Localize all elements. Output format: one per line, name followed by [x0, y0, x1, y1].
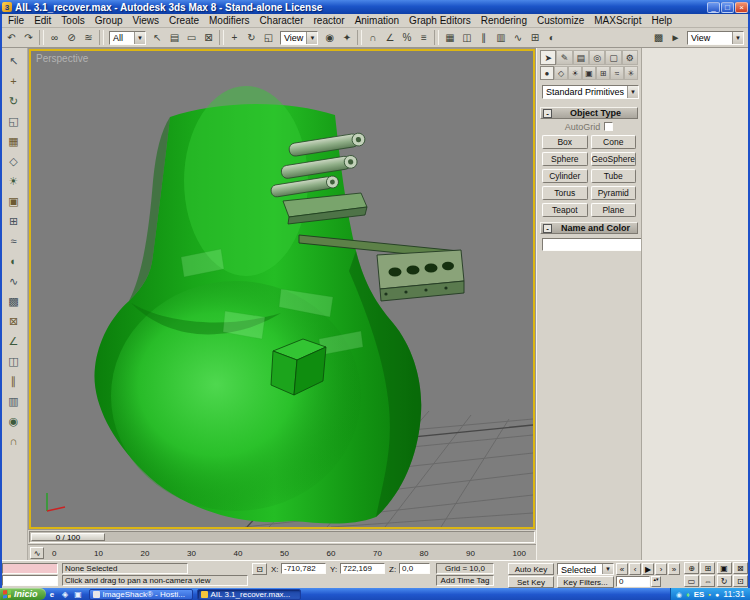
left-toolbar-icon[interactable]: ∥ — [3, 372, 25, 390]
tab-create[interactable]: ➤ — [540, 50, 556, 65]
left-toolbar-icon[interactable]: ▦ — [3, 132, 25, 150]
zoom-all-icon[interactable]: ⊞ — [700, 562, 715, 574]
region-zoom-icon[interactable]: ▭ — [684, 575, 699, 587]
left-toolbar-icon[interactable]: ↻ — [3, 92, 25, 110]
object-type-button[interactable]: Tube — [591, 169, 637, 183]
key-filters-button[interactable]: Key Filters... — [557, 576, 614, 588]
tray-icon[interactable]: ● — [715, 591, 719, 598]
select-link-icon[interactable]: ∞ — [46, 30, 63, 46]
arc-rotate-icon[interactable]: ↻ — [717, 575, 732, 587]
maximize-button[interactable]: □ — [721, 2, 734, 13]
pan-icon[interactable]: ⇔ — [700, 575, 715, 587]
tab-utilities[interactable]: ⚙ — [622, 50, 638, 65]
maximize-viewport-icon[interactable]: ⊡ — [733, 575, 748, 587]
language-indicator[interactable]: ES — [694, 590, 705, 599]
tab-motion[interactable]: ◎ — [589, 50, 605, 65]
chevron-down-icon[interactable]: ▼ — [627, 86, 638, 98]
schematic-view-icon[interactable]: ⊞ — [526, 30, 543, 46]
angle-snap-icon[interactable]: ∠ — [381, 30, 398, 46]
lock-selection-toggle[interactable]: ⊡ — [252, 563, 267, 575]
menu-item[interactable]: Create — [164, 15, 204, 26]
render-type-dropdown[interactable]: View ▼ — [687, 31, 744, 45]
go-to-end-button[interactable]: » — [668, 563, 680, 575]
category-cameras-icon[interactable]: ▣ — [582, 66, 596, 80]
chevron-down-icon[interactable]: ▼ — [602, 564, 613, 574]
named-selection-icon[interactable]: ▦ — [441, 30, 458, 46]
undo-icon[interactable]: ↶ — [3, 30, 20, 46]
category-lights-icon[interactable]: ☀ — [568, 66, 582, 80]
start-button[interactable]: Inicio — [0, 588, 46, 600]
track-bar[interactable]: ∿ 0102030405060708090100 — [28, 544, 536, 560]
viewport-perspective[interactable]: Perspective — [28, 48, 536, 530]
maxscript-mini-listener[interactable] — [2, 575, 58, 586]
use-center-icon[interactable]: ◉ — [321, 30, 338, 46]
select-object-icon[interactable]: ↖ — [149, 30, 166, 46]
left-toolbar-icon[interactable]: ▥ — [3, 392, 25, 410]
chevron-down-icon[interactable]: ▼ — [134, 32, 145, 44]
play-button[interactable]: ▶ — [642, 563, 654, 575]
crossing-selection-icon[interactable]: ⊠ — [200, 30, 217, 46]
left-toolbar-icon[interactable]: ∿ — [3, 272, 25, 290]
taskbar-task-3dsmax[interactable]: AIL 3.1_recover.max... — [197, 589, 301, 600]
frame-spinner[interactable]: ▴▾ — [651, 576, 661, 587]
tray-icon[interactable]: ◉ — [676, 591, 682, 598]
object-type-button[interactable]: Teapot — [542, 203, 588, 217]
primitive-category-dropdown[interactable]: Standard Primitives ▼ — [542, 85, 639, 99]
menu-item[interactable]: Graph Editors — [404, 15, 476, 26]
zoom-extents-icon[interactable]: ▣ — [717, 562, 732, 574]
menu-item[interactable]: Animation — [350, 15, 404, 26]
quick-launch-browser-icon[interactable]: e — [47, 589, 58, 599]
category-helpers-icon[interactable]: ⊞ — [596, 66, 610, 80]
viewport-label[interactable]: Perspective — [36, 53, 88, 64]
tray-icon[interactable]: ▪ — [708, 591, 710, 598]
close-button[interactable]: × — [735, 2, 748, 13]
selection-filter-dropdown[interactable]: All ▼ — [109, 31, 146, 45]
left-toolbar-icon[interactable]: ⊞ — [3, 212, 25, 230]
menu-item[interactable]: Views — [128, 15, 165, 26]
previous-frame-button[interactable]: ‹ — [629, 563, 641, 575]
render-scene-icon[interactable]: ▩ — [650, 30, 667, 46]
menu-item[interactable]: Modifiers — [204, 15, 255, 26]
menu-item[interactable]: Character — [255, 15, 309, 26]
object-type-button[interactable]: Plane — [591, 203, 637, 217]
chevron-down-icon[interactable]: ▼ — [732, 32, 743, 44]
align-icon[interactable]: ∥ — [475, 30, 492, 46]
scale-icon[interactable]: ◱ — [260, 30, 277, 46]
menu-item[interactable]: Edit — [29, 15, 56, 26]
select-by-name-icon[interactable]: ▤ — [166, 30, 183, 46]
left-toolbar-icon[interactable]: ▩ — [3, 292, 25, 310]
mini-curve-editor-button[interactable]: ∿ — [30, 547, 44, 559]
chevron-down-icon[interactable]: ▼ — [306, 32, 317, 44]
category-systems-icon[interactable]: ✳ — [624, 66, 638, 80]
zoom-icon[interactable]: ⊕ — [684, 562, 699, 574]
rect-region-icon[interactable]: ▭ — [183, 30, 200, 46]
left-toolbar-icon[interactable]: ⊠ — [3, 312, 25, 330]
left-toolbar-icon[interactable]: ◐ — [3, 252, 25, 270]
menu-item[interactable]: Tools — [56, 15, 89, 26]
z-coordinate-field[interactable]: 0,0 — [399, 563, 430, 574]
menu-item[interactable]: File — [3, 15, 29, 26]
left-toolbar-icon[interactable]: ◫ — [3, 352, 25, 370]
left-toolbar-icon[interactable]: ◉ — [3, 412, 25, 430]
quick-launch-icon[interactable]: ◈ — [60, 589, 71, 599]
object-type-button[interactable]: GeoSphere — [591, 152, 637, 166]
unlink-icon[interactable]: ⊘ — [63, 30, 80, 46]
percent-snap-icon[interactable]: % — [398, 30, 415, 46]
rollout-name-color[interactable]: - Name and Color — [540, 222, 638, 234]
left-toolbar-icon[interactable]: ◱ — [3, 112, 25, 130]
mirror-icon[interactable]: ◫ — [458, 30, 475, 46]
menu-item[interactable]: Customize — [532, 15, 589, 26]
collapse-icon[interactable]: - — [543, 109, 552, 118]
auto-key-button[interactable]: Auto Key — [508, 563, 554, 575]
menu-item[interactable]: Help — [646, 15, 677, 26]
left-toolbar-icon[interactable]: ∩ — [3, 432, 25, 450]
layers-icon[interactable]: ▥ — [492, 30, 509, 46]
go-to-start-button[interactable]: « — [616, 563, 628, 575]
bind-spacewarp-icon[interactable]: ≋ — [80, 30, 97, 46]
left-toolbar-icon[interactable]: + — [3, 72, 25, 90]
left-toolbar-icon[interactable]: ▣ — [3, 192, 25, 210]
time-slider-track[interactable]: 0 / 100 — [29, 531, 535, 543]
menu-item[interactable]: MAXScript — [589, 15, 646, 26]
category-spacewarps-icon[interactable]: ≈ — [610, 66, 624, 80]
taskbar-task-imageshack[interactable]: ImageShack® - Hosti... — [89, 589, 193, 600]
